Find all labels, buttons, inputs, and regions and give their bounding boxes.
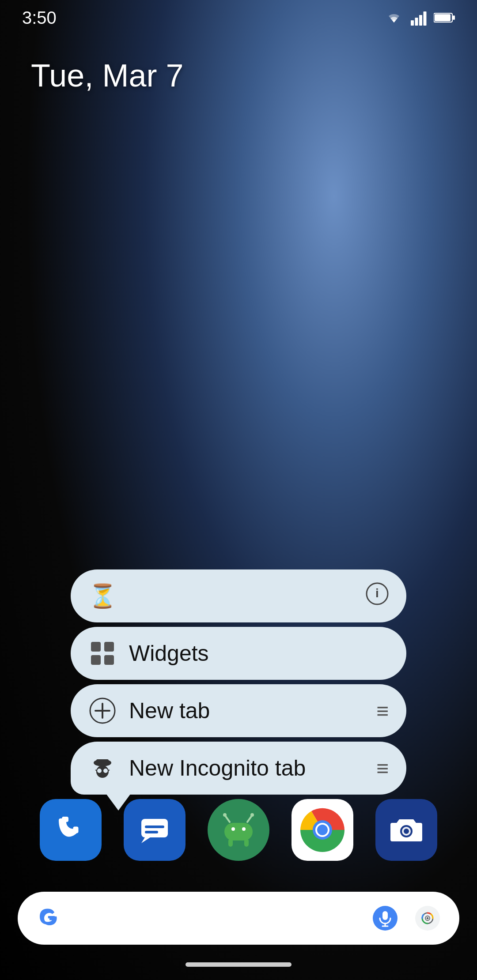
svg-rect-6 <box>453 15 455 20</box>
svg-rect-36 <box>244 839 249 847</box>
widgets-icon <box>88 639 117 667</box>
status-time: 3:50 <box>22 8 57 28</box>
messages-app-icon[interactable] <box>124 799 186 861</box>
svg-rect-5 <box>435 14 450 21</box>
hourglass-icon: ⏳ <box>88 582 117 610</box>
svg-point-29 <box>223 813 227 817</box>
svg-rect-0 <box>411 20 414 26</box>
incognito-icon <box>88 754 117 782</box>
svg-rect-9 <box>91 642 101 652</box>
plus-icon <box>88 697 117 725</box>
svg-rect-27 <box>145 831 158 833</box>
battery-icon <box>434 11 455 24</box>
svg-rect-26 <box>145 825 164 828</box>
status-icons <box>384 10 455 26</box>
info-icon: i <box>366 582 389 610</box>
drag-handle-incognito: ≡ <box>376 756 389 780</box>
camera-app-icon[interactable] <box>375 799 437 861</box>
svg-point-43 <box>404 829 409 834</box>
svg-point-40 <box>317 825 328 835</box>
svg-line-28 <box>225 816 230 822</box>
drag-handle-new-tab: ≡ <box>376 699 389 723</box>
svg-marker-25 <box>141 837 150 843</box>
svg-point-19 <box>97 768 102 773</box>
search-bar[interactable]: G <box>18 892 459 945</box>
svg-line-30 <box>247 816 252 822</box>
nav-pill <box>186 962 292 967</box>
date-label: Tue, Mar 7 <box>31 57 183 94</box>
svg-point-33 <box>231 827 235 831</box>
svg-rect-35 <box>228 839 233 847</box>
widgets-label: Widgets <box>129 641 389 666</box>
svg-point-31 <box>250 813 254 817</box>
new-tab-label: New tab <box>129 698 364 724</box>
nav-bar <box>0 949 477 980</box>
android-app-icon[interactable] <box>208 799 269 861</box>
svg-rect-32 <box>224 823 253 841</box>
svg-point-20 <box>103 768 108 773</box>
svg-rect-46 <box>382 911 388 920</box>
widgets-menu-item[interactable]: Widgets <box>71 627 406 680</box>
svg-rect-3 <box>424 11 427 26</box>
svg-rect-2 <box>419 15 422 26</box>
signal-icon <box>411 10 427 26</box>
phone-app-icon[interactable] <box>40 799 102 861</box>
svg-point-51 <box>427 917 429 920</box>
svg-rect-17 <box>96 759 109 765</box>
chrome-app-icon[interactable] <box>292 799 353 861</box>
google-logo: G <box>34 902 65 934</box>
status-bar: 3:50 <box>0 0 477 35</box>
svg-rect-1 <box>415 18 418 26</box>
voice-search-button[interactable] <box>369 902 401 934</box>
new-tab-menu-item[interactable]: New tab ≡ <box>71 684 406 737</box>
svg-text:G: G <box>39 905 56 929</box>
new-incognito-tab-menu-item[interactable]: New Incognito tab ≡ <box>71 742 406 795</box>
wifi-icon <box>384 10 404 26</box>
app-info-row[interactable]: ⏳ i <box>71 569 406 622</box>
tooltip-tail <box>106 794 131 810</box>
dock <box>0 799 477 861</box>
google-lens-button[interactable] <box>412 902 443 934</box>
svg-rect-11 <box>91 655 101 665</box>
svg-rect-12 <box>104 655 114 665</box>
svg-rect-10 <box>104 642 114 652</box>
svg-text:i: i <box>375 586 379 600</box>
search-bar-right <box>369 902 443 934</box>
new-incognito-tab-label: New Incognito tab <box>129 755 364 781</box>
svg-point-34 <box>242 827 246 831</box>
context-menu: ⏳ i Widgets New tab <box>71 569 406 795</box>
